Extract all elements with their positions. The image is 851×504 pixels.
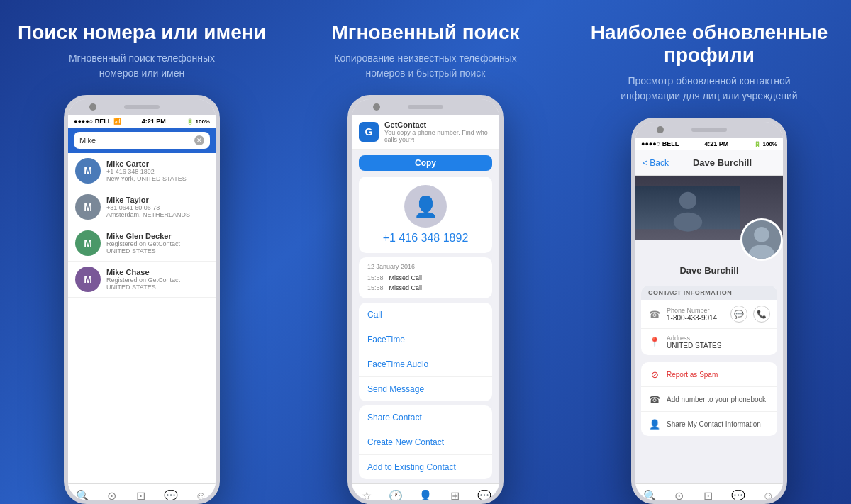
gc-subtitle: You copy a phone number. Find who calls … — [384, 129, 492, 143]
speaker-slot — [124, 105, 160, 109]
tab-contacts[interactable]: 👤 Contacts — [411, 491, 440, 505]
contact-info-0: Mike Carter +1 416 348 1892 New York, UN… — [106, 159, 208, 182]
gc-logo: G — [359, 122, 379, 142]
tab-recents[interactable]: 🕐 Recents — [382, 491, 411, 505]
avatar-0: M — [75, 158, 101, 184]
search-icon-3: 🔍 — [643, 491, 657, 502]
caller-avatar: 👤 — [404, 185, 447, 228]
tab3-spam[interactable]: ⊡ Spam — [694, 491, 723, 505]
tab-search[interactable]: 🔍 Search — [68, 491, 97, 505]
phone1-notch — [68, 99, 216, 115]
caller-number: +1 416 348 1892 — [383, 232, 469, 245]
contact-info-1: Mike Taylor +31 0641 60 06 73 Amsterdam,… — [106, 196, 208, 218]
tab-keypad[interactable]: ⊞ Keypad — [440, 491, 470, 505]
me-icon-3: ☺ — [762, 491, 774, 502]
contact-item-1[interactable]: M Mike Taylor +31 0641 60 06 73 Amsterda… — [68, 189, 216, 225]
contact-phone-1: +31 0641 60 06 73 — [106, 204, 208, 211]
col3-subtitle: Просмотр обновленной контактнойинформаци… — [621, 74, 797, 103]
col1-subtitle: Мгновенный поиск телефонныхномеров или и… — [69, 51, 215, 81]
tab-me[interactable]: ☺ Me — [187, 491, 216, 505]
share-contact-row[interactable]: 👤 Share My Contact Information — [641, 412, 777, 436]
action-call[interactable]: Call — [359, 303, 492, 327]
tab-spam[interactable]: ⊡ Spam — [126, 491, 155, 505]
action-list-2: Share Contact Create New Contact Add to … — [359, 405, 492, 479]
tab3-notifications[interactable]: 💬 Notifications — [723, 491, 754, 505]
speaker-slot-3 — [691, 128, 727, 132]
action-list-1: Call FaceTime FaceTime Audio Send Messag… — [359, 303, 492, 401]
add-phonebook-label: Add number to your phonebook — [667, 396, 766, 403]
address-info-row: 📍 Address UNITED STATES — [641, 329, 777, 355]
col1-title: Поиск номера или имени — [18, 21, 266, 44]
profile-name: Dave Burchill — [635, 265, 783, 281]
contact-info-2: Mike Glen Decker Registered on GetContac… — [106, 232, 208, 254]
tab3-discover[interactable]: ⊙ Discover — [664, 491, 694, 505]
action-facetime[interactable]: FaceTime — [359, 327, 492, 352]
caller-section: 👤 +1 416 348 1892 — [359, 177, 492, 253]
call-type-1: Missed Call — [389, 284, 423, 291]
phone3-body: ●●●●○ BELL 4:21 PM 🔋 100% < Back Dave Bu… — [635, 138, 783, 504]
phone3-notch — [635, 122, 783, 138]
gc-app-name: GetContact — [384, 121, 492, 129]
gc-text: GetContact You copy a phone number. Find… — [384, 121, 492, 143]
action-facetime-audio[interactable]: FaceTime Audio — [359, 352, 492, 377]
contact-phone-0: +1 416 348 1892 — [106, 168, 208, 175]
copy-banner[interactable]: Copy — [359, 155, 492, 171]
contact-phone-2: Registered on GetContact — [106, 240, 208, 247]
tab3-search[interactable]: 🔍 Search — [635, 491, 664, 505]
call-btn[interactable]: 📞 — [753, 306, 770, 323]
contact-item-2[interactable]: M Mike Glen Decker Registered on GetCont… — [68, 225, 216, 262]
contact-name-3: Mike Chase — [106, 268, 208, 276]
spam-report-icon: ⊘ — [648, 368, 661, 381]
avatar-1: M — [75, 194, 101, 220]
getcontact-header: G GetContact You copy a phone number. Fi… — [352, 115, 499, 150]
tab-favourites[interactable]: ☆ Favourites — [352, 491, 382, 505]
back-button[interactable]: < Back — [643, 158, 669, 168]
recents-icon: 🕐 — [389, 491, 403, 502]
report-spam-row[interactable]: ⊘ Report as Spam — [641, 362, 777, 387]
chat-btn[interactable]: 💬 — [730, 306, 747, 323]
contact-item-0[interactable]: M Mike Carter +1 416 348 1892 New York, … — [68, 153, 216, 189]
action-add-to-existing[interactable]: Add to Existing Contact — [359, 455, 492, 479]
camera-dot-3 — [657, 126, 664, 133]
tab-voicemail[interactable]: 💬 Voicemail — [469, 491, 499, 505]
discover-icon-3: ⊙ — [674, 491, 684, 502]
contacts-icon: 👤 — [418, 491, 433, 502]
call-date: 12 January 2016 — [367, 263, 484, 270]
share-icon: 👤 — [648, 418, 661, 430]
tab-notifications[interactable]: 💬 Notifications — [155, 491, 187, 505]
contact-location-3: UNITED STATES — [106, 284, 208, 291]
contact-item-3[interactable]: M Mike Chase Registered on GetContact UN… — [68, 262, 216, 298]
phone-1: ●●●●○ BELL 📶 4:21 PM 🔋 100% Mike ✕ — [64, 95, 220, 504]
phone-3: ●●●●○ BELL 4:21 PM 🔋 100% < Back Dave Bu… — [631, 118, 787, 504]
action-send-message[interactable]: Send Message — [359, 377, 492, 401]
avatar-3: M — [75, 267, 101, 292]
time-3: 4:21 PM — [704, 140, 728, 147]
address-label: Address — [667, 335, 770, 342]
voicemail-icon: 💬 — [477, 491, 491, 502]
tab3-me[interactable]: ☺ Me — [754, 491, 783, 505]
column-1: Поиск номера или имени Мгновенный поиск … — [0, 0, 284, 504]
search-bar[interactable]: Mike ✕ — [68, 128, 216, 153]
contact-info-card: CONTACT INFORMATION ☎ Phone Number 1-800… — [641, 286, 777, 355]
battery-3: 🔋 100% — [754, 141, 777, 147]
search-value: Mike — [79, 136, 96, 145]
action-share-contact[interactable]: Share Contact — [359, 405, 492, 430]
phone-label: Phone Number — [667, 307, 725, 314]
action-create-contact[interactable]: Create New Contact — [359, 430, 492, 455]
profile-hero — [635, 176, 783, 240]
call-log: 12 January 2016 15:58 Missed Call 15:58 … — [359, 257, 492, 298]
call-time-1: 15:58 — [367, 284, 384, 291]
tab-bar-2: ☆ Favourites 🕐 Recents 👤 Contacts ⊞ Keyp… — [352, 483, 499, 504]
spam-icon-3: ⊡ — [703, 491, 713, 502]
search-input-box[interactable]: Mike ✕ — [74, 132, 210, 149]
search-clear-btn[interactable]: ✕ — [194, 135, 204, 145]
carrier-3: ●●●●○ BELL — [641, 140, 679, 147]
avatar-2: M — [75, 230, 101, 256]
actions-card: ⊘ Report as Spam ☎ Add number to your ph… — [641, 362, 777, 436]
column-2: Мгновенный поиск Копирование неизвестных… — [284, 0, 567, 504]
notifications-icon: 💬 — [164, 491, 178, 502]
tab-discover[interactable]: ⊙ Discover — [97, 491, 126, 505]
add-phonebook-row[interactable]: ☎ Add number to your phonebook — [641, 387, 777, 412]
svg-point-1 — [679, 192, 696, 209]
col2-title: Мгновенный поиск — [332, 21, 520, 44]
